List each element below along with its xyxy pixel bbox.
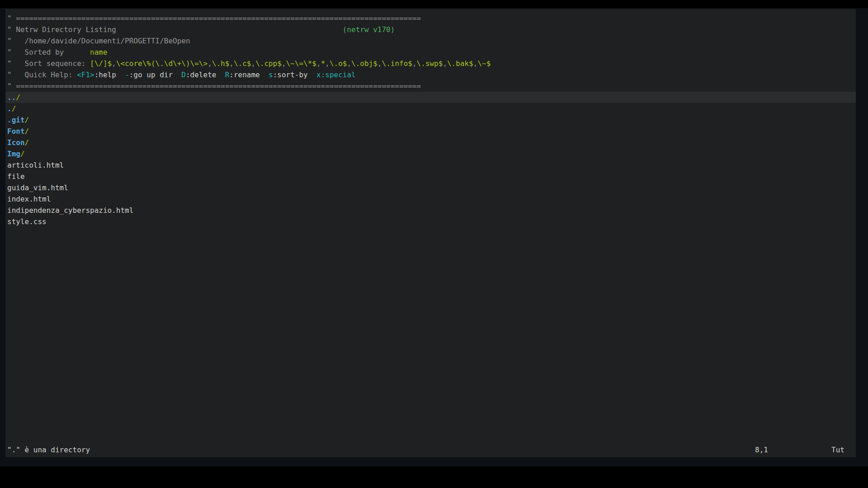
quick-help-desc: :go up dir bbox=[129, 70, 173, 79]
scroll-position-indicator: Tut bbox=[831, 444, 844, 455]
quick-help-key: - bbox=[125, 70, 129, 79]
banner-sort-sequence: " Sort sequence: [\/]$,\<core\%(\.\d\+\)… bbox=[5, 58, 856, 69]
directory-name: .. bbox=[7, 93, 16, 102]
sort-sequence-token: \~$ bbox=[477, 59, 491, 68]
file-name: index.html bbox=[7, 195, 51, 203]
directory-name: Img bbox=[7, 150, 20, 158]
directory-slash: / bbox=[25, 138, 29, 147]
vim-command-line: "." è una directory 8,1 Tut bbox=[5, 444, 856, 455]
netrw-entry-file[interactable]: file bbox=[5, 171, 856, 182]
sort-sequence-token: \<core\%(\.\d\+\)\=\> bbox=[116, 59, 208, 68]
directory-name: .git bbox=[7, 116, 25, 124]
sort-sequence-token: \.bak$ bbox=[447, 59, 473, 68]
netrw-entry-indipendenza_cyberspaziohtml[interactable]: indipendenza_cyberspazio.html bbox=[5, 205, 856, 216]
banner-directory-path: " /home/davide/Documenti/PROGETTI/BeOpen bbox=[5, 35, 856, 47]
quick-help-desc: :sort-by bbox=[273, 70, 308, 79]
vim-editor: " ======================================… bbox=[5, 9, 856, 457]
banner-separator-bottom: " ======================================… bbox=[5, 80, 856, 92]
banner-sorted-by: " Sorted by name bbox=[5, 47, 856, 58]
netrw-entry-Font[interactable]: Font/ bbox=[5, 126, 856, 137]
quick-help-key: R bbox=[225, 70, 230, 79]
terminal-window: " ======================================… bbox=[0, 8, 868, 466]
file-name: style.css bbox=[7, 217, 47, 226]
banner-separator-top: " ======================================… bbox=[5, 13, 856, 24]
quick-help-key: s bbox=[269, 70, 273, 79]
netrw-version: (netrw v170) bbox=[343, 25, 395, 34]
file-name: articoli.html bbox=[7, 161, 64, 169]
sort-sequence-token: \.swp$ bbox=[417, 59, 443, 68]
quick-help-desc: :help bbox=[94, 70, 116, 79]
directory-slash: / bbox=[25, 127, 29, 136]
sort-sequence-token: \.o$ bbox=[330, 59, 347, 68]
quick-help-desc: :rename bbox=[229, 70, 259, 79]
netrw-entry-[interactable]: ../ bbox=[5, 92, 856, 103]
netrw-entry-git[interactable]: .git/ bbox=[5, 114, 856, 126]
banner-title: " Netrw Directory Listing (netrw v170) bbox=[5, 24, 856, 35]
netrw-entry-Img[interactable]: Img/ bbox=[5, 148, 856, 160]
netrw-entry-Icon[interactable]: Icon/ bbox=[5, 137, 856, 148]
netrw-entry-[interactable]: ./ bbox=[5, 103, 856, 114]
sort-sequence-token: \.cpp$ bbox=[255, 59, 282, 68]
sort-sequence-token: \.obj$ bbox=[351, 59, 377, 68]
sort-sequence-token: \~\=\*$ bbox=[286, 59, 316, 68]
quick-help-key: <F1> bbox=[77, 70, 94, 79]
netrw-entry-guida_vimhtml[interactable]: guida_vim.html bbox=[5, 182, 856, 193]
netrw-entry-indexhtml[interactable]: index.html bbox=[5, 193, 856, 205]
directory-name: Font bbox=[7, 127, 25, 136]
file-name: indipendenza_cyberspazio.html bbox=[7, 206, 133, 215]
sort-sequence-token: \.c$ bbox=[234, 59, 251, 68]
cursor-position-ruler: 8,1 bbox=[755, 444, 768, 455]
sort-sequence-token: * bbox=[321, 59, 326, 68]
quick-help-desc: :delete bbox=[186, 70, 216, 79]
file-name: file bbox=[7, 172, 25, 181]
directory-slash: / bbox=[12, 104, 16, 113]
quick-help-key: D bbox=[181, 70, 186, 79]
sort-by-value: name bbox=[90, 48, 108, 56]
directory-slash: / bbox=[25, 116, 29, 124]
netrw-entry-articolihtml[interactable]: articoli.html bbox=[5, 160, 856, 171]
directory-slash: / bbox=[20, 150, 25, 158]
netrw-entry-stylecss[interactable]: style.css bbox=[5, 216, 856, 227]
current-directory-path: " /home/davide/Documenti/PROGETTI/BeOpen bbox=[7, 37, 190, 45]
sort-sequence-token: \.h$ bbox=[212, 59, 230, 68]
file-name: guida_vim.html bbox=[7, 183, 68, 192]
sort-sequence-token: [\/]$ bbox=[90, 59, 112, 68]
quick-help-desc: :special bbox=[321, 70, 356, 79]
status-message: "." è una directory bbox=[7, 444, 90, 455]
netrw-buffer: " ======================================… bbox=[5, 9, 856, 227]
directory-name: Icon bbox=[7, 138, 25, 147]
quick-help-key: x bbox=[316, 70, 321, 79]
directory-slash: / bbox=[16, 93, 20, 102]
sort-sequence-token: \.info$ bbox=[382, 59, 412, 68]
directory-name: . bbox=[7, 104, 12, 113]
banner-quick-help: " Quick Help: <F1>:help -:go up dir D:de… bbox=[5, 69, 856, 80]
